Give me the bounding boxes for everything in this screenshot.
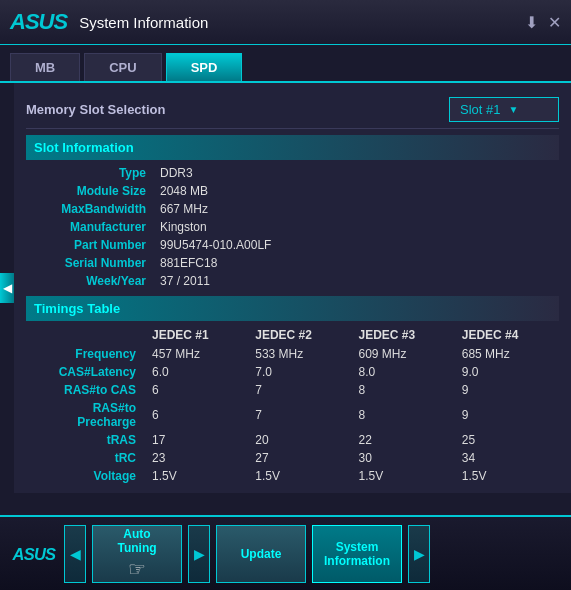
slot-info-row: ManufacturerKingston	[26, 218, 559, 236]
auto-tuning-label: AutoTuning	[117, 527, 156, 555]
timings-cell-1: 1.5V	[249, 467, 352, 485]
slot-info-row: TypeDDR3	[26, 164, 559, 182]
timings-cell-1: 27	[249, 449, 352, 467]
timings-row-label: CAS#Latency	[26, 363, 146, 381]
timings-row-label: tRC	[26, 449, 146, 467]
close-icon[interactable]: ✕	[548, 13, 561, 32]
slot-field-label: Week/Year	[26, 272, 156, 290]
timings-header-row: JEDEC #1JEDEC #2JEDEC #3JEDEC #4	[26, 325, 559, 345]
timings-cell-0: 23	[146, 449, 249, 467]
update-button[interactable]: Update	[216, 525, 306, 583]
timings-cell-2: 609 MHz	[353, 345, 456, 363]
footer: ASUS ◀ AutoTuning ☞ ▶ Update SystemInfor…	[0, 515, 571, 590]
asus-footer-logo: ASUS	[8, 529, 58, 579]
timings-cell-2: 22	[353, 431, 456, 449]
timings-cell-2: 8.0	[353, 363, 456, 381]
timings-row: Frequency457 MHz533 MHz609 MHz685 MHz	[26, 345, 559, 363]
app-title: System Information	[79, 14, 525, 31]
timings-col-2: JEDEC #2	[249, 325, 352, 345]
slot-field-value: Kingston	[156, 218, 559, 236]
timings-cell-0: 457 MHz	[146, 345, 249, 363]
timings-row: CAS#Latency6.07.08.09.0	[26, 363, 559, 381]
timings-cell-2: 8	[353, 381, 456, 399]
timings-cell-0: 6	[146, 381, 249, 399]
chevron-down-icon: ▼	[508, 104, 518, 115]
timings-cell-2: 1.5V	[353, 467, 456, 485]
slot-info-row: Module Size2048 MB	[26, 182, 559, 200]
slot-field-label: Type	[26, 164, 156, 182]
timings-cell-1: 533 MHz	[249, 345, 352, 363]
slot-info-row: Serial Number881EFC18	[26, 254, 559, 272]
slot-info-table: TypeDDR3Module Size2048 MBMaxBandwidth66…	[26, 164, 559, 290]
slot-field-label: MaxBandwidth	[26, 200, 156, 218]
tab-mb[interactable]: MB	[10, 53, 80, 81]
update-label: Update	[241, 547, 282, 561]
tab-spd[interactable]: SPD	[166, 53, 243, 81]
timings-row-label: Frequency	[26, 345, 146, 363]
content-panel: Memory Slot Selection Slot #1 ▼ Slot Inf…	[14, 83, 571, 493]
timings-cell-1: 7	[249, 399, 352, 431]
system-info-button[interactable]: SystemInformation	[312, 525, 402, 583]
right-arrow-button-2[interactable]: ▶	[408, 525, 430, 583]
slot-selection-label: Memory Slot Selection	[26, 102, 449, 117]
timings-cell-2: 30	[353, 449, 456, 467]
system-info-label: SystemInformation	[324, 540, 390, 568]
title-bar: ASUS System Information ⬇ ✕	[0, 0, 571, 45]
slot-field-value: 667 MHz	[156, 200, 559, 218]
download-icon[interactable]: ⬇	[525, 13, 538, 32]
slot-field-value: DDR3	[156, 164, 559, 182]
asus-logo-svg: ASUS	[11, 531, 56, 576]
slot-field-value: 881EFC18	[156, 254, 559, 272]
timings-cell-0: 17	[146, 431, 249, 449]
timings-cell-3: 1.5V	[456, 467, 559, 485]
timings-cell-3: 9.0	[456, 363, 559, 381]
slot-field-value: 99U5474-010.A00LF	[156, 236, 559, 254]
timings-cell-3: 34	[456, 449, 559, 467]
left-arrow-icon: ◀	[70, 546, 81, 562]
tab-cpu[interactable]: CPU	[84, 53, 161, 81]
slot-info-row: Week/Year37 / 2011	[26, 272, 559, 290]
timings-col-3: JEDEC #3	[353, 325, 456, 345]
timings-cell-3: 685 MHz	[456, 345, 559, 363]
asus-logo: ASUS	[10, 9, 67, 35]
timings-cell-2: 8	[353, 399, 456, 431]
timings-table: JEDEC #1JEDEC #2JEDEC #3JEDEC #4 Frequen…	[26, 325, 559, 485]
hand-icon: ☞	[128, 557, 146, 581]
timings-col-4: JEDEC #4	[456, 325, 559, 345]
timings-cell-1: 7.0	[249, 363, 352, 381]
timings-row-label: tRAS	[26, 431, 146, 449]
timings-row: tRC23273034	[26, 449, 559, 467]
right-arrow-icon-1: ▶	[194, 546, 205, 562]
timings-cell-0: 1.5V	[146, 467, 249, 485]
slot-info-row: MaxBandwidth667 MHz	[26, 200, 559, 218]
timings-row: RAS#to CAS6789	[26, 381, 559, 399]
main-content: ◀ Memory Slot Selection Slot #1 ▼ Slot I…	[0, 83, 571, 493]
timings-row: RAS#to Precharge6789	[26, 399, 559, 431]
timings-cell-3: 25	[456, 431, 559, 449]
slot-field-label: Part Number	[26, 236, 156, 254]
timings-row-label: Voltage	[26, 467, 146, 485]
timings-col-1: JEDEC #1	[146, 325, 249, 345]
left-arrow-tab[interactable]: ◀	[0, 273, 14, 303]
timings-cell-3: 9	[456, 399, 559, 431]
slot-selection-row: Memory Slot Selection Slot #1 ▼	[26, 91, 559, 129]
slot-dropdown-value: Slot #1	[460, 102, 500, 117]
right-arrow-button-1[interactable]: ▶	[188, 525, 210, 583]
timings-row: Voltage1.5V1.5V1.5V1.5V	[26, 467, 559, 485]
auto-tuning-button[interactable]: AutoTuning ☞	[92, 525, 182, 583]
right-arrow-icon-2: ▶	[414, 546, 425, 562]
timings-cell-0: 6.0	[146, 363, 249, 381]
timings-row: tRAS17202225	[26, 431, 559, 449]
slot-info-header: Slot Information	[26, 135, 559, 160]
timings-cell-1: 7	[249, 381, 352, 399]
timings-row-label: RAS#to Precharge	[26, 399, 146, 431]
left-arrow-button[interactable]: ◀	[64, 525, 86, 583]
timings-col-0	[26, 325, 146, 345]
slot-dropdown[interactable]: Slot #1 ▼	[449, 97, 559, 122]
slot-field-label: Manufacturer	[26, 218, 156, 236]
slot-field-value: 37 / 2011	[156, 272, 559, 290]
timings-cell-1: 20	[249, 431, 352, 449]
timings-cell-3: 9	[456, 381, 559, 399]
slot-field-label: Module Size	[26, 182, 156, 200]
slot-info-row: Part Number99U5474-010.A00LF	[26, 236, 559, 254]
